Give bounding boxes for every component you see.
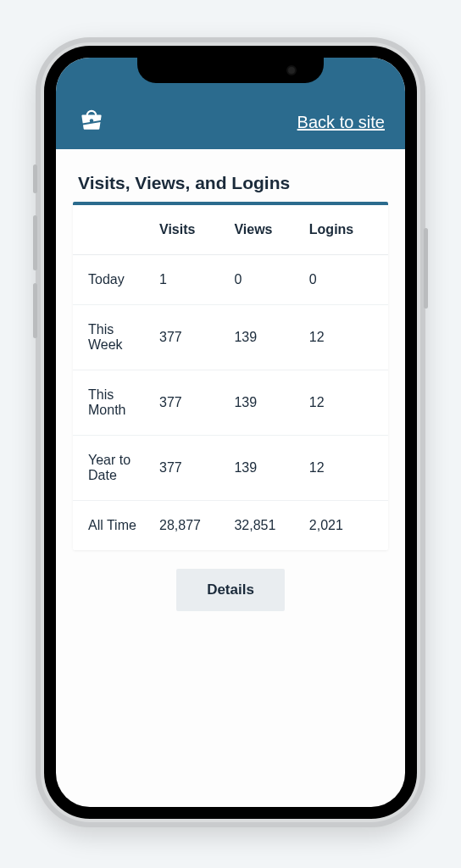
camera-dot — [286, 65, 297, 75]
cell-period: Today — [73, 255, 151, 305]
cell-views: 139 — [225, 305, 300, 370]
side-button — [33, 283, 37, 338]
col-views: Views — [225, 205, 300, 255]
table-row: This Week 377 139 12 — [73, 305, 388, 370]
svg-point-0 — [90, 119, 94, 123]
cell-period: This Month — [73, 370, 151, 436]
cell-visits: 1 — [151, 255, 225, 305]
phone-notch — [137, 58, 324, 83]
content-area: Visits, Views, and Logins Visits Views L… — [56, 149, 405, 628]
side-button — [424, 228, 428, 309]
phone-frame: Back to site Visits, Views, and Logins V… — [36, 37, 425, 827]
table-row: All Time 28,877 32,851 2,021 — [73, 501, 388, 551]
card-title: Visits, Views, and Logins — [73, 173, 388, 193]
cell-period: All Time — [73, 501, 151, 551]
cell-period: Year to Date — [73, 436, 151, 501]
cell-logins: 12 — [301, 305, 388, 370]
cell-logins: 2,021 — [301, 501, 388, 551]
side-button — [33, 164, 37, 193]
cell-logins: 0 — [301, 255, 388, 305]
app-logo — [76, 102, 107, 132]
cell-visits: 377 — [151, 305, 225, 370]
cell-visits: 377 — [151, 436, 225, 501]
lock-bag-icon — [76, 102, 107, 132]
stats-table: Visits Views Logins Today 1 0 — [73, 205, 388, 550]
col-logins: Logins — [301, 205, 388, 255]
cell-period: This Week — [73, 305, 151, 370]
cell-visits: 377 — [151, 370, 225, 436]
table-row: Today 1 0 0 — [73, 255, 388, 305]
col-period — [73, 205, 151, 255]
cell-views: 32,851 — [225, 501, 300, 551]
stats-card: Visits Views Logins Today 1 0 — [73, 202, 388, 550]
cell-views: 139 — [225, 436, 300, 501]
cell-visits: 28,877 — [151, 501, 225, 551]
cell-logins: 12 — [301, 436, 388, 501]
back-to-site-link[interactable]: Back to site — [297, 113, 385, 132]
table-row: This Month 377 139 12 — [73, 370, 388, 436]
details-button[interactable]: Details — [176, 569, 285, 611]
cell-logins: 12 — [301, 370, 388, 436]
cell-views: 0 — [225, 255, 300, 305]
col-visits: Visits — [151, 205, 225, 255]
cell-views: 139 — [225, 370, 300, 436]
side-button — [33, 215, 37, 270]
screen: Back to site Visits, Views, and Logins V… — [56, 58, 405, 807]
table-row: Year to Date 377 139 12 — [73, 436, 388, 501]
table-header-row: Visits Views Logins — [73, 205, 388, 255]
